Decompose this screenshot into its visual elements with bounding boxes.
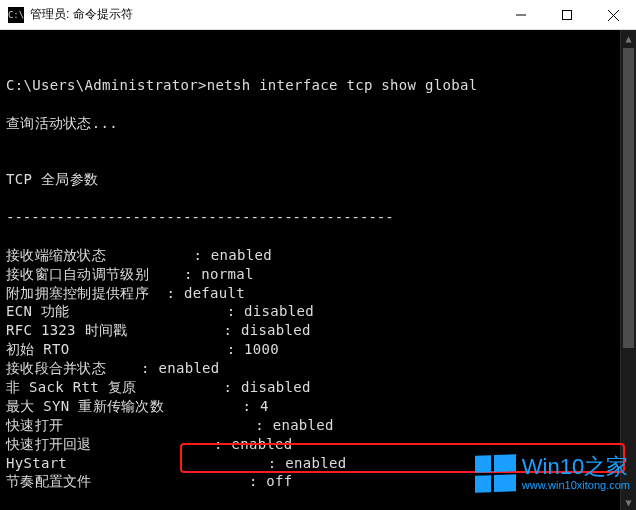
terminal-param-row: 非 Sack Rtt 复原 : disabled: [6, 378, 630, 397]
terminal-param-row: 快速打开 : enabled: [6, 416, 630, 435]
svg-rect-1: [563, 11, 572, 20]
terminal-param-row: HyStart : enabled: [6, 454, 630, 473]
terminal-param-row: 初始 RTO : 1000: [6, 340, 630, 359]
terminal-param-row: 接收段合并状态 : enabled: [6, 359, 630, 378]
terminal-param-row: 节奏配置文件 : off: [6, 472, 630, 491]
maximize-button[interactable]: [544, 0, 590, 30]
terminal-line: ----------------------------------------…: [6, 208, 630, 227]
terminal-param-row: 附加拥塞控制提供程序 : default: [6, 284, 630, 303]
window-controls: [498, 0, 636, 30]
scroll-down-icon[interactable]: ▼: [621, 494, 636, 510]
terminal-line: C:\Users\Administrator>netsh interface t…: [6, 76, 630, 95]
cmd-icon: C:\: [8, 7, 24, 23]
terminal-output[interactable]: C:\Users\Administrator>netsh interface t…: [0, 30, 636, 510]
window-title: 管理员: 命令提示符: [30, 6, 133, 23]
close-button[interactable]: [590, 0, 636, 30]
terminal-param-row: 接收端缩放状态 : enabled: [6, 246, 630, 265]
scrollbar[interactable]: ▲ ▼: [620, 30, 636, 510]
terminal-param-row: RFC 1323 时间戳 : disabled: [6, 321, 630, 340]
terminal-line: TCP 全局参数: [6, 170, 630, 189]
scroll-thumb[interactable]: [623, 48, 634, 348]
terminal-param-row: ECN 功能 : disabled: [6, 302, 630, 321]
terminal-param-row: 接收窗口自动调节级别 : normal: [6, 265, 630, 284]
scroll-up-icon[interactable]: ▲: [621, 30, 636, 46]
minimize-button[interactable]: [498, 0, 544, 30]
terminal-param-row: 最大 SYN 重新传输次数 : 4: [6, 397, 630, 416]
terminal-param-row: 快速打开回退 : enabled: [6, 435, 630, 454]
window-titlebar: C:\ 管理员: 命令提示符: [0, 0, 636, 30]
terminal-line: 查询活动状态...: [6, 114, 630, 133]
